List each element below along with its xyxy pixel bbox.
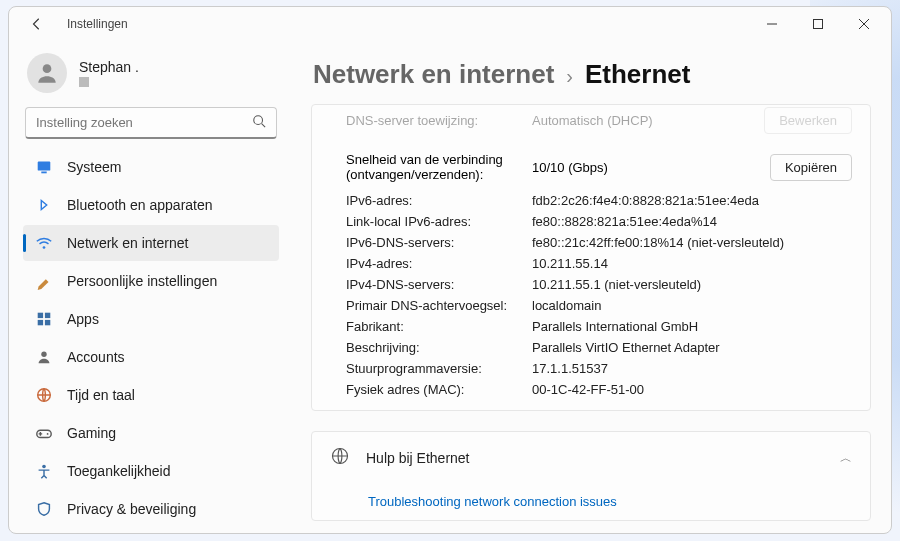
sidebar-item-label: Apps (67, 311, 99, 327)
sidebar-item-netwerk-en-internet[interactable]: Netwerk en internet (23, 225, 279, 261)
svg-point-4 (43, 64, 52, 73)
brush-icon (35, 272, 53, 290)
svg-line-6 (262, 123, 266, 127)
property-value: fdb2:2c26:f4e4:0:8828:821a:51ee:4eda (532, 193, 852, 208)
close-button[interactable] (841, 7, 887, 41)
sidebar-item-label: Privacy & beveiliging (67, 501, 196, 517)
property-label: IPv4-DNS-servers: (346, 277, 532, 292)
globe-icon (330, 446, 350, 470)
property-value: 10.211.55.1 (niet-versleuteld) (532, 277, 852, 292)
svg-point-9 (43, 246, 46, 249)
access-icon (35, 462, 53, 480)
property-row: Primair DNS-achtervoegsel:localdomain (312, 295, 870, 316)
property-row: IPv4-DNS-servers:10.211.55.1 (niet-versl… (312, 274, 870, 295)
property-label: Link-local IPv6-adres: (346, 214, 532, 229)
user-profile[interactable]: Stephan . (23, 47, 279, 103)
svg-rect-10 (38, 313, 43, 318)
sidebar-item-label: Netwerk en internet (67, 235, 188, 251)
svg-rect-11 (45, 313, 50, 318)
property-value: Parallels VirtIO Ethernet Adapter (532, 340, 852, 355)
sidebar-item-label: Gaming (67, 425, 116, 441)
app-title: Instellingen (67, 17, 128, 31)
property-label: Stuurprogrammaversie: (346, 361, 532, 376)
property-label: IPv6-adres: (346, 193, 532, 208)
sidebar-item-systeem[interactable]: Systeem (23, 149, 279, 185)
svg-point-5 (254, 115, 263, 124)
property-row: IPv6-adres:fdb2:2c26:f4e4:0:8828:821a:51… (312, 190, 870, 211)
chevron-up-icon: ︿ (840, 450, 852, 467)
nav-list: SysteemBluetooth en apparatenNetwerk en … (23, 149, 279, 527)
svg-rect-12 (38, 320, 43, 325)
help-expander[interactable]: Hulp bij Ethernet ︿ (312, 432, 870, 484)
property-label: Primair DNS-achtervoegsel: (346, 298, 532, 313)
property-label: Fabrikant: (346, 319, 532, 334)
sidebar-item-gaming[interactable]: Gaming (23, 415, 279, 451)
sidebar-item-privacy-beveiliging[interactable]: Privacy & beveiliging (23, 491, 279, 527)
minimize-button[interactable] (749, 7, 795, 41)
gamepad-icon (35, 424, 53, 442)
sidebar-item-tijd-en-taal[interactable]: Tijd en taal (23, 377, 279, 413)
search-input[interactable] (36, 115, 252, 130)
property-value: 17.1.1.51537 (532, 361, 852, 376)
main-content: Netwerk en internet › Ethernet DNS-serve… (291, 41, 891, 533)
user-status-icon (79, 77, 89, 87)
settings-window: Instellingen Stephan . (8, 6, 892, 534)
search-icon (252, 114, 266, 132)
globe-icon (35, 386, 53, 404)
copy-button[interactable]: Kopiëren (770, 154, 852, 181)
edit-button[interactable]: Bewerken (764, 107, 852, 134)
person-icon (35, 348, 53, 366)
sidebar-item-bluetooth-en-apparaten[interactable]: Bluetooth en apparaten (23, 187, 279, 223)
dns-assign-value: Automatisch (DHCP) (532, 113, 764, 128)
sidebar-item-apps[interactable]: Apps (23, 301, 279, 337)
user-name: Stephan . (79, 59, 139, 75)
search-box[interactable] (25, 107, 277, 139)
property-value: fe80::21c:42ff:fe00:18%14 (niet-versleut… (532, 235, 852, 250)
sidebar-item-label: Accounts (67, 349, 125, 365)
sidebar-item-label: Bluetooth en apparaten (67, 197, 213, 213)
chevron-right-icon: › (566, 65, 573, 88)
svg-point-14 (41, 352, 46, 357)
help-panel: Hulp bij Ethernet ︿ Troubleshooting netw… (311, 431, 871, 521)
avatar (27, 53, 67, 93)
sidebar-item-label: Toegankelijkheid (67, 463, 171, 479)
svg-rect-7 (38, 162, 51, 171)
breadcrumb-parent[interactable]: Netwerk en internet (313, 59, 554, 90)
grid-icon (35, 310, 53, 328)
svg-rect-8 (41, 172, 46, 174)
display-icon (35, 158, 53, 176)
network-details-panel: DNS-server toewijzing: Automatisch (DHCP… (311, 104, 871, 411)
sidebar-item-accounts[interactable]: Accounts (23, 339, 279, 375)
speed-label: Snelheid van de verbinding (ontvangen/ve… (346, 152, 532, 182)
property-value: 00-1C-42-FF-51-00 (532, 382, 852, 397)
property-value: localdomain (532, 298, 852, 313)
bluetooth-icon (35, 196, 53, 214)
property-row: IPv6-DNS-servers:fe80::21c:42ff:fe00:18%… (312, 232, 870, 253)
property-row: Stuurprogrammaversie:17.1.1.51537 (312, 358, 870, 379)
shield-icon (35, 500, 53, 518)
back-button[interactable] (23, 10, 51, 38)
property-label: IPv4-adres: (346, 256, 532, 271)
property-row: IPv4-adres:10.211.55.14 (312, 253, 870, 274)
sidebar-item-label: Tijd en taal (67, 387, 135, 403)
property-value: fe80::8828:821a:51ee:4eda%14 (532, 214, 852, 229)
breadcrumb: Netwerk en internet › Ethernet (311, 41, 871, 104)
sidebar-item-persoonlijke-instellingen[interactable]: Persoonlijke instellingen (23, 263, 279, 299)
property-label: Beschrijving: (346, 340, 532, 355)
wifi-icon (35, 234, 53, 252)
maximize-button[interactable] (795, 7, 841, 41)
svg-rect-1 (814, 20, 823, 29)
property-label: IPv6-DNS-servers: (346, 235, 532, 250)
svg-point-18 (42, 465, 46, 469)
sidebar: Stephan . SysteemBluetooth en apparatenN… (9, 41, 291, 533)
sidebar-item-toegankelijkheid[interactable]: Toegankelijkheid (23, 453, 279, 489)
dns-assign-label: DNS-server toewijzing: (346, 113, 532, 128)
property-row: Beschrijving:Parallels VirtIO Ethernet A… (312, 337, 870, 358)
help-title: Hulp bij Ethernet (366, 450, 470, 466)
titlebar: Instellingen (9, 7, 891, 41)
help-link-troubleshoot[interactable]: Troubleshooting network connection issue… (368, 494, 617, 509)
sidebar-item-label: Systeem (67, 159, 121, 175)
svg-rect-13 (45, 320, 50, 325)
breadcrumb-current: Ethernet (585, 59, 690, 90)
property-row: Fabrikant:Parallels International GmbH (312, 316, 870, 337)
